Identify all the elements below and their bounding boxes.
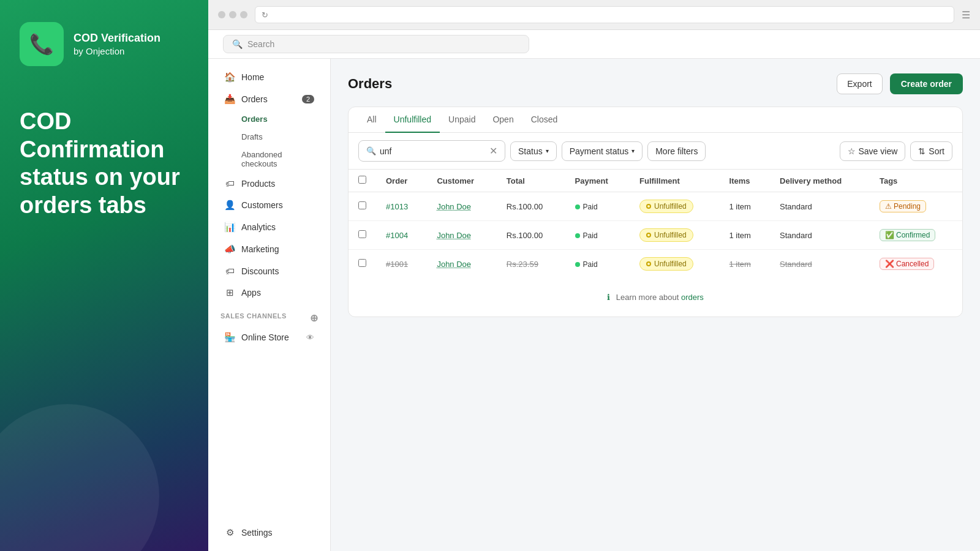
sidebar-item-apps[interactable]: ⊞ Apps (212, 282, 326, 304)
row1-fulfillment: Unfulfilled (630, 192, 720, 221)
browser-dot-green (240, 11, 247, 18)
row1-customer[interactable]: John Doe (427, 192, 496, 221)
row2-customer[interactable]: John Doe (427, 221, 496, 250)
sort-icon: ⇅ (918, 146, 925, 156)
export-button[interactable]: Export (837, 73, 882, 94)
create-order-button[interactable]: Create order (890, 73, 963, 94)
row1-checkbox[interactable] (358, 201, 366, 209)
table-row[interactable]: #1001 John Doe Rs.23.59 (349, 250, 962, 279)
sidebar-item-marketing[interactable]: 📣 Marketing (212, 238, 326, 260)
sidebar: 🏠 Home 📥 Orders 2 Orders Drafts Abandone… (208, 59, 331, 551)
topbar-search[interactable]: 🔍 Search (223, 35, 529, 53)
tab-all[interactable]: All (358, 107, 385, 133)
row3-items: 1 item (720, 250, 770, 279)
orders-tabs: All Unfulfilled Unpaid Open Closed (349, 107, 962, 133)
sidebar-item-products[interactable]: 🏷 Products (212, 173, 326, 194)
sidebar-subitem-orders[interactable]: Orders (212, 110, 326, 128)
orders-table-card: All Unfulfilled Unpaid Open Closed 🔍 unf… (348, 107, 963, 317)
more-filters-button[interactable]: More filters (647, 141, 706, 161)
shopify-topbar: 🔍 Search (208, 30, 980, 59)
orders-title: Orders (348, 76, 392, 92)
sidebar-item-analytics[interactable]: 📊 Analytics (212, 216, 326, 238)
row2-payment-dot (575, 233, 580, 238)
info-footer: ℹ Learn more about orders (349, 278, 962, 317)
header-items: Items (720, 170, 770, 192)
browser-addressbar[interactable]: ↻ (255, 6, 954, 23)
table-body: #1013 John Doe Rs.100.00 Paid (349, 192, 962, 279)
search-filter-icon: 🔍 (366, 146, 376, 156)
orders-actions: Export Create order (837, 73, 963, 94)
row1-tag-label: Pending (894, 202, 921, 211)
sidebar-item-home[interactable]: 🏠 Home (212, 66, 326, 88)
sidebar-subitem-abandoned[interactable]: Abandoned checkouts (212, 146, 326, 173)
clear-search-button[interactable]: ✕ (489, 145, 497, 157)
row3-checkbox[interactable] (358, 259, 366, 267)
eye-icon[interactable]: 👁 (306, 333, 314, 342)
row2-tag: ✅ Confirmed (870, 221, 962, 250)
header-tags: Tags (870, 170, 962, 192)
browser-dot-yellow (229, 11, 236, 18)
sort-button[interactable]: ⇅ Sort (910, 141, 952, 161)
header-total: Total (497, 170, 565, 192)
status-filter-button[interactable]: Status ▾ (510, 141, 557, 161)
sidebar-item-online-store[interactable]: 🏪 Online Store 👁 (212, 326, 326, 348)
table-row[interactable]: #1013 John Doe Rs.100.00 Paid (349, 192, 962, 221)
row3-tag-label: Cancelled (896, 260, 929, 268)
table-row[interactable]: #1004 John Doe Rs.100.00 Paid (349, 221, 962, 250)
row3-customer[interactable]: John Doe (427, 250, 496, 279)
select-all-checkbox[interactable] (358, 176, 366, 184)
row3-fulfillment-label: Unfulfilled (654, 260, 687, 268)
info-text: Learn more about (616, 293, 679, 302)
info-link[interactable]: orders (681, 293, 704, 302)
row2-payment: Paid (565, 221, 630, 250)
row2-total: Rs.100.00 (497, 221, 565, 250)
row3-total: Rs.23.59 (497, 250, 565, 279)
status-chevron-icon: ▾ (546, 148, 549, 154)
add-channel-icon[interactable]: ⊕ (310, 312, 318, 324)
main-content: Orders Export Create order All Unfulfill… (331, 59, 980, 551)
tab-closed[interactable]: Closed (522, 107, 567, 133)
row1-payment-dot (575, 204, 580, 209)
row3-delivery: Standard (770, 250, 870, 279)
row1-order-id[interactable]: #1013 (376, 192, 427, 221)
row2-tag-icon: ✅ (885, 231, 894, 239)
sidebar-apps-label: Apps (241, 288, 261, 298)
row1-checkbox-cell (349, 192, 376, 221)
browser-dot-red (218, 11, 225, 18)
row1-tag: ⚠ Pending (870, 192, 962, 221)
sidebar-customers-label: Customers (241, 200, 283, 210)
star-icon: ☆ (848, 146, 856, 156)
analytics-icon: 📊 (224, 222, 235, 233)
row3-order-id[interactable]: #1001 (376, 250, 427, 279)
search-filter-value: unf (380, 146, 391, 156)
sidebar-subitem-drafts[interactable]: Drafts (212, 128, 326, 146)
customers-icon: 👤 (224, 200, 235, 211)
row2-checkbox[interactable] (358, 230, 366, 238)
payment-chevron-icon: ▾ (631, 148, 635, 154)
tab-unpaid[interactable]: Unpaid (440, 107, 484, 133)
sidebar-online-store-label: Online Store (241, 332, 289, 342)
row2-fulfillment-circle (646, 233, 651, 238)
sidebar-item-orders[interactable]: 📥 Orders 2 (212, 88, 326, 110)
marketing-headline: COD Confirmation status on your orders t… (20, 108, 189, 219)
sidebar-item-settings[interactable]: ⚙ Settings (212, 522, 326, 544)
sidebar-item-discounts[interactable]: 🏷 Discounts (212, 260, 326, 282)
sidebar-item-customers[interactable]: 👤 Customers (212, 194, 326, 216)
row2-delivery: Standard (770, 221, 870, 250)
settings-icon: ⚙ (224, 527, 235, 538)
tab-unfulfilled[interactable]: Unfulfilled (385, 107, 440, 133)
save-view-button[interactable]: ☆ Save view (840, 141, 906, 161)
row2-checkbox-cell (349, 221, 376, 250)
row3-payment: Paid (565, 250, 630, 279)
sales-channels-section: SALES CHANNELS ⊕ (208, 304, 330, 326)
save-view-label: Save view (859, 146, 898, 156)
tab-open[interactable]: Open (484, 107, 522, 133)
row2-order-id[interactable]: #1004 (376, 221, 427, 250)
search-filter[interactable]: 🔍 unf ✕ (358, 140, 505, 162)
reload-icon: ↻ (262, 10, 268, 20)
row2-payment-label: Paid (583, 231, 598, 240)
payment-status-filter-button[interactable]: Payment status ▾ (562, 141, 643, 161)
row3-tag: ❌ Cancelled (870, 250, 962, 279)
row3-payment-dot (575, 262, 580, 267)
shopify-layout: 🏠 Home 📥 Orders 2 Orders Drafts Abandone… (208, 59, 980, 551)
